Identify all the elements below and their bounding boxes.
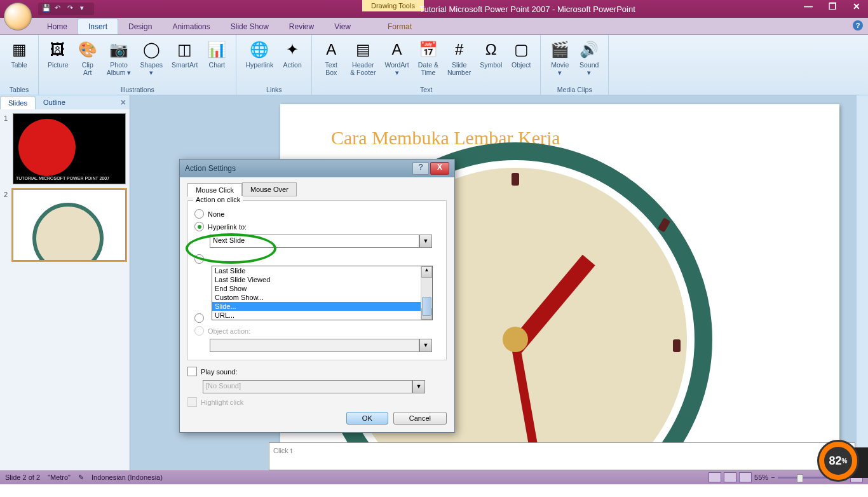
radio-run-program[interactable]	[194, 254, 204, 264]
thumb-number-1: 1	[4, 113, 13, 184]
chart-icon: 📊	[207, 39, 227, 60]
list-scroll-thumb[interactable]	[422, 297, 431, 316]
ribbon-hyperlink[interactable]: 🌐Hyperlink	[241, 37, 277, 71]
tab-insert[interactable]: Insert	[78, 18, 118, 34]
tab-format[interactable]: Format	[377, 19, 422, 34]
status-language[interactable]: Indonesian (Indonesia)	[92, 473, 163, 481]
panel-tab-slides[interactable]: Slides	[0, 96, 36, 109]
ribbon-header-footer[interactable]: ▤Header& Footer	[346, 37, 379, 79]
ribbon-wordart-[interactable]: AWordArt▾	[381, 37, 412, 79]
ribbon-symbol[interactable]: ΩSymbol	[476, 37, 506, 71]
ribbon-clip-art[interactable]: 🎨ClipArt	[74, 37, 102, 79]
dialog-close-button[interactable]: X	[430, 162, 449, 175]
tab-review[interactable]: Review	[279, 19, 324, 34]
wordart--icon: A	[387, 39, 407, 60]
radio-none-label: None	[208, 210, 224, 218]
contextual-tab-label: Drawing Tools	[362, 0, 424, 11]
dropdown-item[interactable]: Last Slide Viewed	[212, 275, 421, 284]
smartart-icon: ◫	[175, 39, 195, 60]
ribbon-movie-[interactable]: 🎬Movie▾	[546, 37, 574, 79]
help-icon[interactable]: ?	[853, 20, 863, 31]
ok-button[interactable]: OK	[346, 412, 388, 425]
ribbon-group-text: Text	[420, 85, 432, 95]
overlay-badge: 82%	[817, 440, 859, 482]
tab-view[interactable]: View	[324, 19, 361, 34]
zoom-out-button[interactable]: −	[771, 473, 775, 481]
dropdown-item[interactable]: URL...	[212, 311, 421, 320]
status-bar: Slide 2 of 2 "Metro" ✎ Indonesian (Indon…	[0, 470, 868, 484]
object-icon: ▢	[511, 39, 531, 60]
sound-dropdown-icon: ▼	[412, 380, 425, 393]
notes-pane[interactable]: Click t	[269, 442, 855, 470]
dropdown-item[interactable]: Last Slide	[212, 266, 421, 275]
undo-icon[interactable]: ↶	[55, 4, 65, 14]
ribbon-chart[interactable]: 📊Chart	[203, 37, 231, 71]
vertical-scrollbar[interactable]	[857, 95, 868, 451]
ribbon-photo-album-[interactable]: 📷PhotoAlbum ▾	[103, 37, 135, 79]
photo-album--icon: 📷	[109, 39, 129, 60]
dropdown-item[interactable]: End Show	[212, 284, 421, 293]
table-icon: ▦	[9, 39, 29, 60]
radio-none[interactable]	[194, 209, 204, 219]
dialog-tab-mouseclick[interactable]: Mouse Click	[187, 183, 242, 197]
view-normal-button[interactable]	[709, 472, 721, 482]
slide-thumbnail-1[interactable]: TUTORIAL MICROSOFT POWER POINT 2007	[13, 113, 126, 184]
radio-hyperlink[interactable]	[194, 222, 204, 231]
shapes--icon: ◯	[141, 39, 161, 60]
spellcheck-icon[interactable]: ✎	[78, 473, 84, 482]
object-action-dropdown-icon: ▼	[419, 339, 432, 352]
dialog-tab-mouseover[interactable]: Mouse Over	[242, 182, 297, 196]
checkbox-play-sound[interactable]	[187, 367, 197, 376]
minimize-button[interactable]: —	[801, 1, 816, 13]
panel-close-icon[interactable]: ×	[121, 97, 126, 107]
play-sound-label: Play sound:	[201, 368, 237, 376]
status-theme: "Metro"	[48, 473, 71, 481]
fieldset-legend: Action on click	[193, 196, 243, 203]
hyperlink-combo-dropdown-icon[interactable]: ▼	[419, 235, 432, 248]
ribbon-smartart[interactable]: ◫SmartArt	[168, 37, 201, 71]
slide-panel: Slides Outline × 1 TUTORIAL MICROSOFT PO…	[0, 95, 130, 470]
thumb1-caption: TUTORIAL MICROSOFT POWER POINT 2007	[16, 176, 109, 181]
view-slideshow-button[interactable]	[739, 472, 752, 482]
view-sorter-button[interactable]	[724, 472, 736, 482]
close-button[interactable]: ✕	[849, 1, 864, 13]
sound-combo: [No Sound]	[203, 380, 412, 393]
ribbon-action[interactable]: ✦Action	[278, 37, 306, 71]
tab-design[interactable]: Design	[118, 19, 162, 34]
radio-run-macro[interactable]	[194, 313, 204, 323]
save-icon[interactable]: 💾	[42, 4, 52, 14]
office-button[interactable]	[4, 3, 32, 31]
slide-thumbnail-2[interactable]	[13, 189, 126, 261]
dropdown-item[interactable]: Custom Show...	[212, 293, 421, 302]
list-scroll-up-icon[interactable]: ▲	[421, 266, 432, 278]
ribbon-picture[interactable]: 🖼Picture	[44, 37, 72, 71]
qat-dropdown-icon[interactable]: ▾	[80, 4, 90, 14]
dropdown-item[interactable]: Slide...	[212, 302, 421, 311]
dialog-help-button[interactable]: ?	[412, 162, 429, 175]
tab-home[interactable]: Home	[37, 19, 78, 34]
window-title: Tutorial Microsoft Power Point 2007 - Mi…	[419, 4, 635, 14]
panel-tab-outline[interactable]: Outline	[36, 96, 73, 109]
tab-slideshow[interactable]: Slide Show	[220, 19, 279, 34]
ribbon-shapes-[interactable]: ◯Shapes▾	[136, 37, 166, 79]
dialog-title: Action Settings	[185, 164, 236, 173]
list-scroll-track[interactable]	[421, 278, 432, 308]
ribbon-slide-number[interactable]: #SlideNumber	[444, 37, 475, 79]
hyperlink-dropdown-list[interactable]: Last SlideLast Slide ViewedEnd ShowCusto…	[212, 266, 433, 320]
ribbon-sound-[interactable]: 🔊Sound▾	[575, 37, 603, 79]
ribbon-object[interactable]: ▢Object	[507, 37, 535, 71]
ribbon-text-box[interactable]: ATextBox	[317, 37, 345, 79]
cancel-button[interactable]: Cancel	[393, 412, 447, 425]
highlight-click-label: Highlight click	[201, 398, 243, 406]
ribbon-table[interactable]: ▦Table	[5, 37, 33, 71]
maximize-button[interactable]: ❐	[825, 1, 840, 13]
badge-value: 82	[829, 454, 842, 468]
badge-pct: %	[842, 458, 848, 465]
ribbon-date-time[interactable]: 📅Date &Time	[414, 37, 442, 79]
tab-animations[interactable]: Animations	[162, 19, 220, 34]
zoom-percent[interactable]: 55%	[754, 473, 768, 481]
hyperlink-combo[interactable]: Next Slide	[210, 235, 419, 248]
redo-icon[interactable]: ↷	[67, 4, 78, 14]
action-icon: ✦	[282, 39, 302, 60]
checkbox-highlight-click	[187, 397, 197, 407]
